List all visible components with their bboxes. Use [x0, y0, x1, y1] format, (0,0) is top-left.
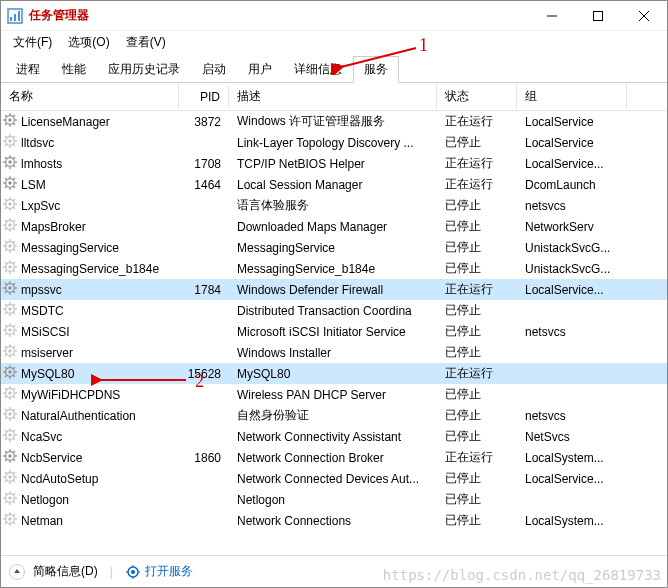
tab-4[interactable]: 用户 — [237, 56, 283, 83]
service-desc: Link-Layer Topology Discovery ... — [229, 135, 437, 151]
service-status: 正在运行 — [437, 112, 517, 131]
svg-point-79 — [8, 265, 12, 269]
table-row[interactable]: lmhosts1708TCP/IP NetBIOS Helper正在运行Loca… — [1, 153, 667, 174]
svg-line-95 — [13, 291, 15, 293]
service-group: LocalSystem... — [517, 450, 627, 466]
svg-line-86 — [5, 270, 7, 272]
menu-view[interactable]: 查看(V) — [120, 32, 172, 53]
table-row[interactable]: NcdAutoSetupNetwork Connected Devices Au… — [1, 468, 667, 489]
tab-5[interactable]: 详细信息 — [283, 56, 353, 83]
table-row[interactable]: MapsBrokerDownloaded Maps Manager已停止Netw… — [1, 216, 667, 237]
svg-line-76 — [5, 249, 7, 251]
col-header-desc[interactable]: 描述 — [229, 84, 437, 109]
gear-icon — [1, 155, 21, 172]
table-row[interactable]: NaturalAuthentication自然身份验证已停止netsvcs — [1, 405, 667, 426]
table-row[interactable]: MSDTCDistributed Transaction Coordina已停止 — [1, 300, 667, 321]
titlebar[interactable]: 任务管理器 — [1, 1, 667, 31]
table-row[interactable]: MessagingServiceMessagingService已停止Unist… — [1, 237, 667, 258]
service-pid — [179, 142, 229, 144]
tab-6[interactable]: 服务 — [353, 56, 399, 83]
svg-line-116 — [5, 333, 7, 335]
service-group: LocalSystem... — [517, 513, 627, 529]
brief-info-link[interactable]: 简略信息(D) — [33, 563, 98, 580]
service-desc: Microsoft iSCSI Initiator Service — [229, 324, 437, 340]
table-row[interactable]: MyWiFiDHCPDNSWireless PAN DHCP Server已停止 — [1, 384, 667, 405]
table-row[interactable]: LSM1464Local Session Manager正在运行DcomLaun… — [1, 174, 667, 195]
svg-point-169 — [8, 454, 12, 458]
table-row[interactable]: MySQL8015628MySQL80正在运行 — [1, 363, 667, 384]
svg-line-117 — [13, 325, 15, 327]
svg-point-29 — [8, 160, 12, 164]
services-icon — [125, 564, 141, 580]
service-desc: Windows Installer — [229, 345, 437, 361]
col-header-pid[interactable]: PID — [179, 86, 229, 108]
table-row[interactable]: MessagingService_b184eMessagingService_b… — [1, 258, 667, 279]
service-name: Netman — [21, 514, 63, 528]
svg-line-136 — [5, 375, 7, 377]
close-button[interactable] — [621, 1, 667, 31]
expand-icon[interactable] — [9, 564, 25, 580]
table-row[interactable]: MSiSCSIMicrosoft iSCSI Initiator Service… — [1, 321, 667, 342]
table-row[interactable]: NcaSvcNetwork Connectivity Assistant已停止N… — [1, 426, 667, 447]
table-row[interactable]: LxpSvc语言体验服务已停止netsvcs — [1, 195, 667, 216]
svg-line-114 — [5, 325, 7, 327]
tab-1[interactable]: 性能 — [51, 56, 97, 83]
service-pid — [179, 247, 229, 249]
minimize-button[interactable] — [529, 1, 575, 31]
svg-line-167 — [13, 430, 15, 432]
svg-line-197 — [13, 493, 15, 495]
service-desc: Distributed Transaction Coordina — [229, 303, 437, 319]
table-row[interactable]: mpssvc1784Windows Defender Firewall正在运行L… — [1, 279, 667, 300]
service-group — [517, 499, 627, 501]
table-row[interactable]: NetlogonNetlogon已停止 — [1, 489, 667, 510]
table-row[interactable]: LicenseManager3872Windows 许可证管理器服务正在运行Lo… — [1, 111, 667, 132]
gear-icon — [1, 491, 21, 508]
svg-line-124 — [5, 346, 7, 348]
services-table[interactable]: 名称 PID 描述 状态 组 LicenseManager3872Windows… — [1, 83, 667, 553]
table-header: 名称 PID 描述 状态 组 — [1, 83, 667, 111]
svg-line-24 — [5, 136, 7, 138]
svg-point-9 — [8, 118, 12, 122]
service-desc: MySQL80 — [229, 366, 437, 382]
service-name: NcaSvc — [21, 430, 62, 444]
svg-line-137 — [13, 367, 15, 369]
service-pid — [179, 226, 229, 228]
svg-point-119 — [8, 349, 12, 353]
tab-0[interactable]: 进程 — [5, 56, 51, 83]
service-group: DcomLaunch — [517, 177, 627, 193]
svg-line-107 — [13, 304, 15, 306]
service-pid: 1708 — [179, 156, 229, 172]
gear-icon — [1, 218, 21, 235]
col-header-status[interactable]: 状态 — [437, 84, 517, 109]
service-name: MSDTC — [21, 304, 64, 318]
svg-line-16 — [5, 123, 7, 125]
open-services-link[interactable]: 打开服务 — [145, 563, 193, 580]
service-status: 已停止 — [437, 301, 517, 320]
svg-line-144 — [5, 388, 7, 390]
service-pid — [179, 310, 229, 312]
service-desc: Downloaded Maps Manager — [229, 219, 437, 235]
service-status: 已停止 — [437, 511, 517, 530]
table-row[interactable]: msiserverWindows Installer已停止 — [1, 342, 667, 363]
svg-line-174 — [5, 451, 7, 453]
table-row[interactable]: NetmanNetwork Connections已停止LocalSystem.… — [1, 510, 667, 531]
svg-rect-2 — [14, 14, 16, 21]
tab-3[interactable]: 启动 — [191, 56, 237, 83]
menu-file[interactable]: 文件(F) — [7, 32, 58, 53]
col-header-group[interactable]: 组 — [517, 84, 627, 109]
menubar: 文件(F) 选项(O) 查看(V) — [1, 31, 667, 53]
svg-line-26 — [5, 144, 7, 146]
tab-2[interactable]: 应用历史记录 — [97, 56, 191, 83]
col-header-name[interactable]: 名称 — [1, 84, 179, 109]
svg-line-145 — [13, 396, 15, 398]
maximize-button[interactable] — [575, 1, 621, 31]
svg-line-127 — [13, 346, 15, 348]
table-row[interactable]: NcbService1860Network Connection Broker正… — [1, 447, 667, 468]
svg-line-56 — [5, 207, 7, 209]
service-group: LocalService... — [517, 156, 627, 172]
svg-point-139 — [8, 391, 12, 395]
table-row[interactable]: lltdsvcLink-Layer Topology Discovery ...… — [1, 132, 667, 153]
svg-point-99 — [8, 307, 12, 311]
menu-options[interactable]: 选项(O) — [62, 32, 115, 53]
gear-icon — [1, 470, 21, 487]
